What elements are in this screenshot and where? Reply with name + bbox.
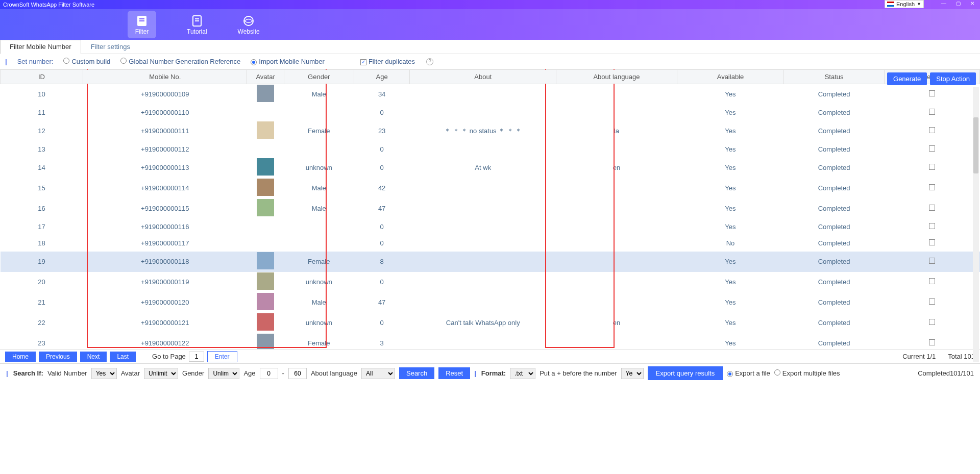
pager-home[interactable]: Home (5, 352, 36, 362)
col-about-lang[interactable]: About language (556, 70, 677, 84)
row-checkbox[interactable] (929, 205, 935, 211)
row-checkbox[interactable] (929, 127, 935, 133)
pager-current: Current 1/1 (902, 353, 936, 360)
stop-action-button[interactable]: Stop Action (930, 72, 976, 85)
scrollbar-thumb[interactable] (973, 117, 978, 173)
cell-about: At wk (410, 158, 556, 178)
ribbon-filter[interactable]: Filter (128, 11, 156, 38)
cell-age: 0 (354, 105, 410, 121)
radio-export-file[interactable]: Export a file (727, 369, 770, 377)
cell-available: Yes (677, 333, 783, 350)
checkbox-filter-duplicates[interactable]: Filter duplicates (360, 58, 415, 65)
col-status[interactable]: Status (784, 70, 885, 84)
cell-mobile: +919000000113 (83, 158, 247, 178)
maximize-button[interactable]: ▢ (952, 0, 964, 7)
cell-about-lang (556, 235, 677, 252)
cell-age: 0 (354, 313, 410, 333)
row-checkbox[interactable] (929, 145, 935, 152)
row-checkbox[interactable] (929, 339, 935, 345)
col-mobile[interactable]: Mobile No. (83, 70, 247, 84)
ribbon-website[interactable]: Website (238, 14, 260, 35)
ribbon-filter-label: Filter (135, 28, 149, 35)
row-checkbox[interactable] (929, 223, 935, 229)
row-checkbox[interactable] (929, 90, 935, 96)
table-row[interactable]: 17+9190000001160YesCompleted (1, 219, 980, 235)
cell-about-lang: en (556, 158, 677, 178)
row-checkbox[interactable] (929, 184, 935, 190)
age-from[interactable] (260, 368, 278, 379)
ribbon-tutorial-label: Tutorial (187, 28, 207, 35)
cell-available: Yes (677, 158, 783, 178)
row-checkbox[interactable] (929, 319, 935, 325)
avatar-select[interactable]: Unlimit (144, 368, 178, 379)
cell-id: 23 (1, 333, 83, 350)
table-row[interactable]: 16+919000000115Male47YesCompleted (1, 198, 980, 219)
age-to[interactable] (288, 368, 307, 379)
help-icon[interactable]: ? (426, 58, 433, 65)
valid-number-select[interactable]: Yes (91, 368, 117, 379)
table-row[interactable]: 10+919000000109Male34YesCompleted (1, 84, 980, 105)
about-lang-select[interactable]: All (361, 368, 395, 379)
gender-select[interactable]: Unlim (208, 368, 239, 379)
row-checkbox[interactable] (929, 164, 935, 170)
tab-filter-mobile[interactable]: Filter Mobile Number (0, 40, 81, 54)
col-age[interactable]: Age (354, 70, 410, 84)
row-checkbox[interactable] (929, 258, 935, 264)
table-row[interactable]: 13+9190000001120YesCompleted (1, 141, 980, 158)
row-checkbox[interactable] (929, 278, 935, 284)
pager-previous[interactable]: Previous (39, 352, 77, 362)
table-row[interactable]: 19+919000000118Female8YesCompleted (1, 252, 980, 272)
language-select[interactable]: English ▼ (885, 0, 924, 8)
table-row[interactable]: 12+919000000111Female23＊ ＊ ＊ no status ＊… (1, 121, 980, 141)
radio-export-multi[interactable]: Export multiple files (774, 369, 840, 377)
cell-available: Yes (677, 198, 783, 219)
page-input[interactable] (189, 352, 204, 362)
radio-import-mobile[interactable]: Import Mobile Number (251, 58, 325, 65)
radio-custom-build[interactable]: Custom build (63, 58, 110, 65)
age-label: Age (243, 369, 255, 377)
table-row[interactable]: 22+919000000121unknown0Can't talk WhatsA… (1, 313, 980, 333)
cell-mobile: +919000000116 (83, 219, 247, 235)
reset-button[interactable]: Reset (438, 367, 470, 379)
cell-about-lang (556, 333, 677, 350)
ribbon-tutorial[interactable]: Tutorial (187, 14, 207, 35)
export-results-button[interactable]: Export query results (648, 366, 723, 380)
table-row[interactable]: 20+919000000119unknown0YesCompleted (1, 272, 980, 292)
vertical-scrollbar[interactable] (973, 87, 979, 362)
cell-select (885, 141, 980, 158)
cell-about-lang: la (556, 121, 677, 141)
col-available[interactable]: Available (677, 70, 783, 84)
table-row[interactable]: 21+919000000120Male47YesCompleted (1, 292, 980, 313)
put-plus-select[interactable]: Yes (621, 368, 644, 379)
cell-about (410, 141, 556, 158)
tab-filter-settings[interactable]: Filter settings (81, 40, 140, 54)
pager-enter[interactable]: Enter (207, 351, 237, 362)
table-row[interactable]: 15+919000000114Male42YesCompleted (1, 178, 980, 198)
cell-mobile: +919000000114 (83, 178, 247, 198)
close-button[interactable]: ✕ (967, 0, 978, 7)
col-gender[interactable]: Gender (284, 70, 354, 84)
row-checkbox[interactable] (929, 298, 935, 305)
generate-button[interactable]: Generate (887, 72, 927, 85)
cell-available: Yes (677, 252, 783, 272)
row-checkbox[interactable] (929, 239, 935, 245)
col-about[interactable]: About (410, 70, 556, 84)
table-row[interactable]: 11+9190000001100YesCompleted (1, 105, 980, 121)
table-row[interactable]: 23+919000000122Female3YesCompleted (1, 333, 980, 350)
format-select[interactable]: .txt (510, 368, 535, 379)
pager-next[interactable]: Next (80, 352, 107, 362)
pager-last[interactable]: Last (110, 352, 136, 362)
col-avatar[interactable]: Avatar (247, 70, 284, 84)
search-button[interactable]: Search (399, 367, 434, 379)
cell-available: Yes (677, 121, 783, 141)
radio-global-gen[interactable]: Global Number Generation Reference (120, 58, 240, 65)
row-checkbox[interactable] (929, 109, 935, 115)
table-row[interactable]: 14+919000000113unknown0At wkenYesComplet… (1, 158, 980, 178)
cell-id: 10 (1, 84, 83, 105)
about-lang-label: About language (311, 369, 357, 377)
table-row[interactable]: 18+9190000001170NoCompleted (1, 235, 980, 252)
minimize-button[interactable]: — (938, 0, 949, 7)
cell-status: Completed (784, 158, 885, 178)
col-id[interactable]: ID (1, 70, 83, 84)
avatar-icon (257, 85, 274, 102)
